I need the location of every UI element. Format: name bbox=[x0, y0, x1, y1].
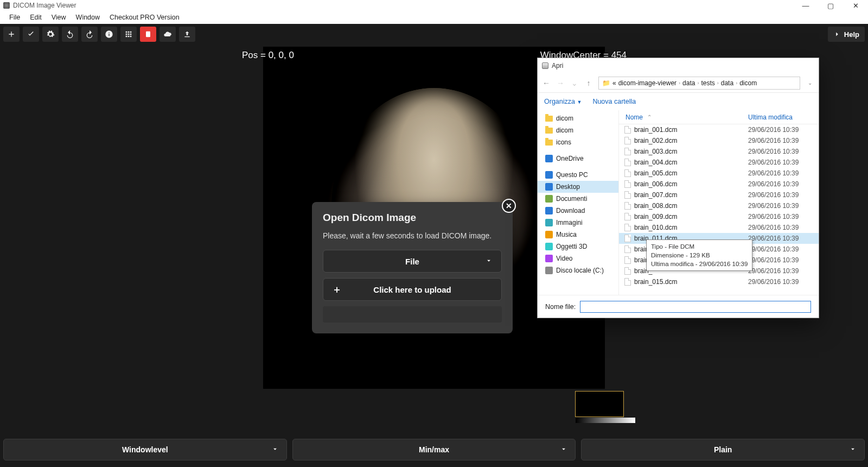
breadcrumb-dropdown[interactable]: ⌄ bbox=[806, 80, 814, 86]
file-row[interactable]: brain_008.dcm29/06/2016 10:39 bbox=[619, 200, 819, 211]
settings-button[interactable] bbox=[42, 27, 59, 42]
file-date: 29/06/2016 10:39 bbox=[748, 278, 819, 286]
tooltip-line: Ultima modifica - 29/06/2016 10:39 bbox=[651, 260, 748, 268]
add-button[interactable] bbox=[3, 27, 20, 42]
file-icon bbox=[624, 202, 631, 210]
tree-item[interactable]: icons bbox=[538, 136, 618, 148]
file-row[interactable]: brain_007.dcm29/06/2016 10:39 bbox=[619, 190, 819, 200]
menubar: File Edit View Window Checkout PRO Versi… bbox=[0, 11, 868, 24]
export-button[interactable] bbox=[179, 27, 195, 42]
tree-item[interactable]: Immagini bbox=[538, 217, 618, 229]
tree-item-label: Disco locale (C:) bbox=[556, 267, 604, 274]
file-date: 29/06/2016 10:39 bbox=[748, 267, 819, 275]
nav-back-button[interactable]: ← bbox=[542, 79, 551, 87]
dialog-titlebar[interactable]: Apri bbox=[538, 58, 819, 73]
menu-edit[interactable]: Edit bbox=[25, 12, 47, 23]
crumb[interactable]: dicom bbox=[739, 79, 757, 87]
file-icon bbox=[624, 159, 631, 166]
list-header[interactable]: Nome⌃ Ultima modifica bbox=[619, 110, 819, 124]
menu-file[interactable]: File bbox=[4, 12, 25, 23]
file-date: 29/06/2016 10:39 bbox=[748, 245, 819, 253]
file-row[interactable]: brain_004.dcm29/06/2016 10:39 bbox=[619, 157, 819, 168]
tree-item-label: Video bbox=[556, 255, 572, 262]
cloud-button[interactable] bbox=[159, 27, 176, 42]
tree-item[interactable]: Questo PC bbox=[538, 169, 618, 181]
modal-close-button[interactable]: ✕ bbox=[502, 199, 516, 213]
tree-item[interactable]: OneDrive bbox=[538, 153, 618, 165]
nav-up-button[interactable]: ↑ bbox=[584, 79, 593, 87]
file-row[interactable]: brain_010.dcm29/06/2016 10:39 bbox=[619, 222, 819, 233]
help-button[interactable]: Help bbox=[828, 27, 865, 42]
file-icon bbox=[624, 235, 631, 242]
record-button[interactable] bbox=[140, 27, 156, 42]
nav-recent-chevron[interactable]: ⌄ bbox=[570, 79, 579, 87]
file-name: brain_007.dcm bbox=[634, 191, 677, 199]
file-icon bbox=[624, 180, 631, 188]
crumb[interactable]: tests bbox=[701, 79, 714, 87]
nav-forward-button[interactable]: → bbox=[556, 79, 565, 87]
tree-item[interactable]: Desktop bbox=[538, 181, 618, 193]
check-button[interactable] bbox=[23, 27, 39, 42]
tree-item[interactable]: Musica bbox=[538, 229, 618, 241]
file-row[interactable]: brain_001.dcm29/06/2016 10:39 bbox=[619, 124, 819, 135]
grid-button[interactable] bbox=[120, 27, 137, 42]
upload-button[interactable]: ＋ Click here to upload bbox=[323, 278, 502, 301]
tree-item[interactable]: dicom bbox=[538, 124, 618, 136]
tree-item[interactable]: Documenti bbox=[538, 193, 618, 205]
redo-button[interactable] bbox=[81, 27, 98, 42]
tree-item[interactable]: dicom bbox=[538, 112, 618, 124]
crumb[interactable]: « bbox=[612, 79, 616, 87]
col-date-header[interactable]: Ultima modifica bbox=[748, 113, 819, 121]
window-minimize-button[interactable]: — bbox=[793, 0, 818, 11]
tree-item[interactable]: Disco locale (C:) bbox=[538, 264, 618, 276]
crumb[interactable]: dicom-image-viewer bbox=[618, 79, 676, 87]
menu-checkout-pro[interactable]: Checkout PRO Version bbox=[105, 12, 184, 23]
file-tooltip: Tipo - File DCM Dimensione - 129 KB Ulti… bbox=[646, 239, 752, 271]
dialog-navbar: ← → ⌄ ↑ 📁 « dicom-image-viewer› data› te… bbox=[538, 73, 819, 93]
file-row[interactable]: brain_006.dcm29/06/2016 10:39 bbox=[619, 179, 819, 190]
windowlevel-label: Windowlevel bbox=[122, 445, 168, 454]
undo-button[interactable] bbox=[62, 27, 78, 42]
tree-item[interactable]: Oggetti 3D bbox=[538, 241, 618, 253]
col-name-header[interactable]: Nome bbox=[626, 113, 643, 121]
breadcrumb[interactable]: 📁 « dicom-image-viewer› data› tests› dat… bbox=[598, 77, 800, 90]
minmax-button[interactable]: Min/max bbox=[292, 439, 576, 460]
crumb[interactable]: data bbox=[682, 79, 695, 87]
dialog-tree[interactable]: dicomdicomiconsOneDriveQuesto PCDesktopD… bbox=[538, 110, 619, 295]
file-row[interactable]: brain_005.dcm29/06/2016 10:39 bbox=[619, 168, 819, 179]
file-row[interactable]: brain_002.dcm29/06/2016 10:39 bbox=[619, 135, 819, 146]
new-folder-button[interactable]: Nuova cartella bbox=[592, 98, 636, 105]
menu-window[interactable]: Window bbox=[71, 12, 105, 23]
menu-view[interactable]: View bbox=[47, 12, 71, 23]
dialog-title: Apri bbox=[552, 62, 563, 70]
open-dicom-modal: ✕ Open Dicom Image Please, wait a few se… bbox=[312, 202, 513, 333]
windowlevel-button[interactable]: Windowlevel bbox=[3, 439, 287, 460]
organize-button[interactable]: Organizza ▼ bbox=[544, 98, 582, 105]
histogram-minimap bbox=[575, 391, 624, 417]
filename-input[interactable] bbox=[580, 301, 811, 313]
file-row[interactable]: brain_009.dcm29/06/2016 10:39 bbox=[619, 211, 819, 222]
crumb[interactable]: data bbox=[721, 79, 733, 87]
chevron-down-icon bbox=[271, 445, 279, 455]
file-name: brain_002.dcm bbox=[634, 137, 677, 144]
plain-label: Plain bbox=[714, 445, 732, 454]
file-icon bbox=[624, 126, 631, 134]
file-row[interactable]: brain_003.dcm29/06/2016 10:39 bbox=[619, 146, 819, 157]
window-maximize-button[interactable]: ▢ bbox=[818, 0, 843, 11]
file-date: 29/06/2016 10:39 bbox=[748, 191, 819, 199]
plain-button[interactable]: Plain bbox=[581, 439, 865, 460]
tree-item-label: Documenti bbox=[556, 195, 587, 203]
tree-item-label: dicom bbox=[556, 115, 573, 122]
window-close-button[interactable]: ✕ bbox=[843, 0, 868, 11]
file-icon bbox=[624, 224, 631, 231]
file-row[interactable]: brain_015.dcm29/06/2016 10:39 bbox=[619, 276, 819, 287]
file-date: 29/06/2016 10:39 bbox=[748, 137, 819, 144]
info-button[interactable] bbox=[101, 27, 117, 42]
tree-item-label: Desktop bbox=[556, 183, 580, 191]
desktop-icon bbox=[545, 183, 553, 191]
chevron-down-icon bbox=[849, 445, 857, 455]
tree-item[interactable]: Download bbox=[538, 205, 618, 217]
file-dropdown-button[interactable]: File bbox=[323, 250, 502, 273]
tree-item-label: Musica bbox=[556, 231, 577, 238]
tree-item[interactable]: Video bbox=[538, 253, 618, 264]
